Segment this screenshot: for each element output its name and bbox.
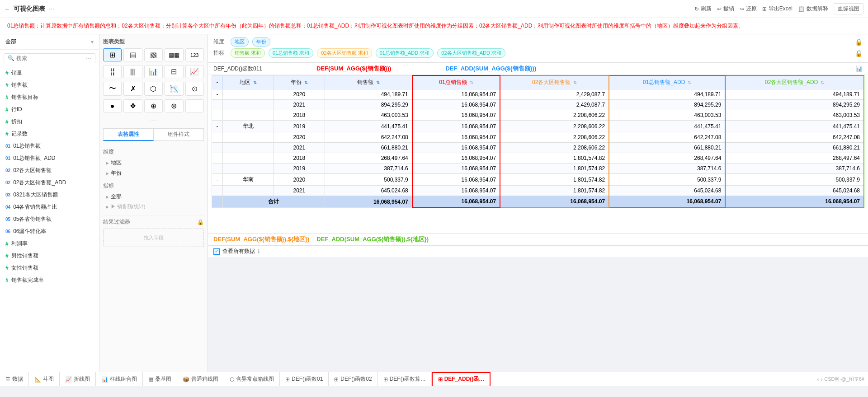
- metric-all[interactable]: 全部: [103, 191, 204, 202]
- chart-hbar[interactable]: ⊟: [165, 65, 183, 78]
- back-icon[interactable]: ←: [5, 6, 10, 12]
- chart-bar2[interactable]: 📊: [144, 65, 163, 78]
- bottom-tab-scatter[interactable]: 📐 斗图: [29, 372, 60, 387]
- info-icon[interactable]: ℹ: [258, 248, 260, 255]
- chart-plus[interactable]: ⊕: [144, 99, 163, 112]
- tab-nav-left[interactable]: ‹: [817, 376, 819, 383]
- chart-empty[interactable]: [185, 99, 204, 112]
- bottom-tab-def01[interactable]: ⊞ DEF()函数01: [280, 372, 329, 387]
- sidebar-item-0321[interactable]: 030321各大区销售额: [0, 189, 99, 201]
- chart-123[interactable]: 123: [185, 48, 204, 61]
- row-minus[interactable]: -: [212, 121, 223, 132]
- row-minus[interactable]: -: [212, 174, 223, 186]
- chart-cross[interactable]: ✗: [123, 82, 142, 96]
- chart-wave[interactable]: 〜: [103, 82, 122, 96]
- row-minus[interactable]: [212, 110, 223, 121]
- restore-action[interactable]: ↪还原: [740, 5, 757, 13]
- row-minus[interactable]: -: [212, 89, 223, 100]
- tag-region[interactable]: 地区: [231, 37, 249, 47]
- sidebar-search-box[interactable]: 🔍 ⋯: [4, 53, 95, 63]
- sidebar-item-04[interactable]: 0404各省销售额占比: [0, 201, 99, 213]
- sidebar-item-total-sales-01-add[interactable]: 0101总销售额_ADD: [0, 152, 99, 164]
- row-minus[interactable]: [212, 186, 223, 196]
- dim-region[interactable]: 地区: [103, 158, 204, 168]
- chart-pivot[interactable]: ▧: [144, 48, 163, 61]
- sidebar-item-discount[interactable]: #折扣: [0, 116, 99, 128]
- data-table-scroll[interactable]: - 地区 ⇅ 年份 ⇅ 销售额 ⇅ 01总销售额 ⇅ 02各大区销售额 ⇅ 01…: [208, 75, 868, 233]
- sidebar-item-06[interactable]: 0606漏斗转化率: [0, 225, 99, 238]
- th-add01[interactable]: 01总销售额_ADD ⇅: [609, 75, 725, 89]
- chart-scatter[interactable]: ⣿: [103, 65, 122, 78]
- bottom-tab-barline[interactable]: 📊 柱线组合图: [96, 372, 143, 387]
- dim-year[interactable]: 年份: [103, 168, 204, 178]
- data-explain-action[interactable]: 📋数据解释: [798, 5, 828, 13]
- sidebar-item-sales-volume[interactable]: #销量: [0, 67, 99, 79]
- search-input[interactable]: [16, 55, 84, 61]
- sidebar-item-male-sales[interactable]: #男性销售额: [0, 250, 99, 262]
- sidebar-item-row-id[interactable]: #行ID: [0, 103, 99, 116]
- chart-dot[interactable]: ●: [103, 99, 122, 112]
- tab-table-properties[interactable]: 表格属性: [103, 128, 154, 141]
- tag-sales-sum[interactable]: 销售额 求和: [231, 48, 265, 58]
- chart-diamond[interactable]: ❖: [123, 99, 142, 112]
- row-add02: 500,337.9: [725, 174, 864, 186]
- sidebar-item-region-sales-02[interactable]: 0202各大区销售额: [0, 164, 99, 177]
- chart-icon[interactable]: 📊: [856, 65, 863, 72]
- sidebar-item-region-sales-02-add[interactable]: 0202各大区销售额_ADD: [0, 177, 99, 189]
- chart-hex[interactable]: ⬡: [144, 82, 163, 96]
- th-add02[interactable]: 02各大区销售额_ADD ⇅: [725, 75, 864, 89]
- search-options-icon[interactable]: ⋯: [86, 55, 91, 61]
- bottom-tab-sankey[interactable]: ▦ 桑基图: [143, 372, 177, 387]
- sidebar-item-profit-rate[interactable]: #利润率: [0, 238, 99, 250]
- bottom-tab-outlier-boxplot[interactable]: ⬡ 含异常点箱线图: [224, 372, 280, 387]
- sidebar-item-total-sales-01[interactable]: 0101总销售额: [0, 140, 99, 152]
- th-minus[interactable]: -: [212, 75, 223, 89]
- sidebar-item-sales-amount[interactable]: #销售额: [0, 79, 99, 91]
- chart-crosstab[interactable]: ▤: [123, 48, 142, 61]
- chart-target[interactable]: ⊛: [165, 99, 183, 112]
- row-minus[interactable]: [212, 163, 223, 174]
- th-sales[interactable]: 销售额 ⇅: [325, 75, 412, 89]
- th-region02[interactable]: 02各大区销售额 ⇅: [500, 75, 609, 89]
- tag-region02-sum[interactable]: 02各大区销售额 求和: [317, 48, 372, 58]
- tag-total01-sum[interactable]: 01总销售额 求和: [269, 48, 313, 58]
- chart-area[interactable]: 📉: [165, 82, 183, 96]
- metric-sales[interactable]: ▶ 销售额(统计): [103, 202, 204, 211]
- chart-bar[interactable]: |||: [123, 65, 142, 78]
- sidebar-item-female-sales[interactable]: #女性销售额: [0, 262, 99, 274]
- bottom-tab-def-add[interactable]: ⊞ DEF_ADD()函…: [432, 372, 491, 387]
- tab-component-style[interactable]: 组件样式: [154, 128, 204, 141]
- tag-total01-add-sum[interactable]: 01总销售额_ADD 求和: [376, 48, 434, 58]
- bottom-tab-line[interactable]: 📈 折线图: [60, 372, 96, 387]
- th-total01[interactable]: 01总销售额 ⇅: [412, 75, 500, 89]
- bottom-tab-data[interactable]: ☰ 数据: [0, 372, 29, 387]
- tag-region02-add-sum[interactable]: 02各大区销售额_ADD 求和: [437, 48, 505, 58]
- blood-view-btn[interactable]: 血缘视图: [834, 3, 863, 14]
- sidebar-collapse-icon[interactable]: ▾: [91, 39, 94, 45]
- undo-action[interactable]: ↩撤销: [717, 5, 734, 13]
- check-all-data-checkbox[interactable]: ✓: [213, 248, 220, 255]
- export-excel-action[interactable]: ⊞导出Excel: [762, 5, 793, 13]
- chart-line[interactable]: 📈: [185, 65, 204, 78]
- chart-table[interactable]: ⊞: [103, 48, 122, 61]
- row-minus[interactable]: [212, 153, 223, 163]
- refresh-action[interactable]: ↻刷新: [694, 5, 712, 13]
- chart-grid-icon[interactable]: ▦▦: [165, 48, 183, 61]
- sidebar-item-sales-completion[interactable]: #销售额完成率: [0, 274, 99, 286]
- tab-nav-right[interactable]: ›: [821, 376, 822, 383]
- row-minus[interactable]: [212, 132, 223, 143]
- th-year[interactable]: 年份 ⇅: [274, 75, 325, 89]
- sidebar-item-record-count[interactable]: #记录数: [0, 128, 99, 140]
- menu-dots[interactable]: ⋯: [49, 6, 54, 12]
- bottom-tab-def02[interactable]: ⊞ DEF()函数02: [329, 372, 377, 387]
- bottom-tab-def-calc[interactable]: ⊞ DEF()函数算…: [378, 372, 432, 387]
- sidebar-item-05[interactable]: 0505各省份销售额: [0, 213, 99, 225]
- row-total01: 16,068,954.07: [412, 121, 500, 132]
- row-minus[interactable]: [212, 100, 223, 110]
- tag-year[interactable]: 年份: [252, 37, 270, 47]
- chart-circle[interactable]: ⊙: [185, 82, 204, 96]
- th-region[interactable]: 地区 ⇅: [223, 75, 274, 89]
- row-minus[interactable]: [212, 143, 223, 153]
- bottom-tab-boxplot[interactable]: 📦 普通箱线图: [177, 372, 224, 387]
- sidebar-item-sales-target[interactable]: #销售额目标: [0, 91, 99, 103]
